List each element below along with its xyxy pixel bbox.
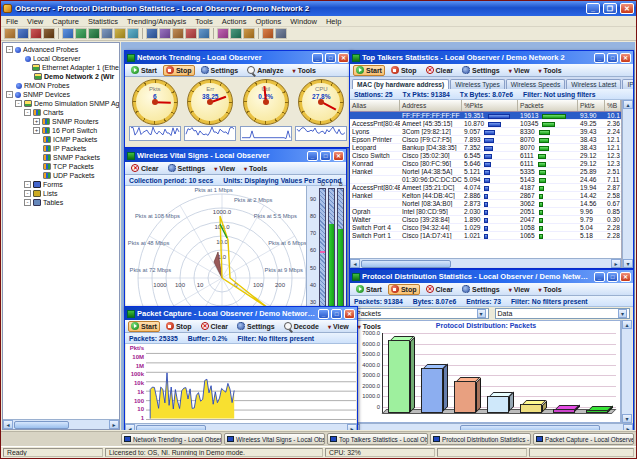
- child-minimize-icon[interactable]: _: [307, 151, 318, 161]
- top-talkers-titlebar[interactable]: Top Talkers Statistics - Local Observer …: [350, 51, 633, 64]
- scroll-right-icon[interactable]: ▸: [623, 424, 633, 430]
- collapse-icon[interactable]: -: [24, 109, 31, 116]
- child-minimize-icon[interactable]: _: [594, 272, 605, 282]
- taskbar-tab[interactable]: Packet Capture - Local Observer / De...: [533, 433, 634, 445]
- child-close-icon[interactable]: ✕: [333, 151, 344, 161]
- protocol-distribution-icon[interactable]: [159, 28, 171, 39]
- tree-item-snmp-routers[interactable]: +SNMP Routers: [3, 117, 119, 126]
- start-button[interactable]: Start: [128, 65, 160, 76]
- decode-button[interactable]: Decode: [281, 321, 322, 332]
- settings-button[interactable]: Settings: [459, 284, 503, 295]
- scroll-down-icon[interactable]: ▾: [622, 414, 632, 423]
- tree-item-forms[interactable]: -Forms: [3, 180, 119, 189]
- hscroll-thumb[interactable]: [460, 425, 600, 431]
- trending-icon[interactable]: [75, 28, 87, 39]
- chevron-down-icon[interactable]: ▾: [618, 309, 627, 318]
- packet-capture-titlebar[interactable]: Packet Capture - Local Observer / Demo N…: [125, 307, 357, 320]
- scroll-down-icon[interactable]: ▾: [623, 259, 633, 268]
- menu-window[interactable]: Window: [290, 17, 317, 26]
- stop-button[interactable]: Stop: [163, 65, 195, 76]
- wireless-titlebar[interactable]: Wireless Vital Signs - Local Observer _ …: [125, 149, 346, 162]
- child-close-icon[interactable]: ✕: [620, 272, 631, 282]
- tree-item-advanced-probes[interactable]: -Advanced Probes: [3, 45, 119, 54]
- column-header-alias[interactable]: Alias: [350, 100, 400, 111]
- tools-button[interactable]: ▾Tools: [536, 65, 565, 76]
- chart-hscrollbar[interactable]: ◂ ▸: [350, 423, 633, 430]
- expand-icon[interactable]: +: [33, 118, 40, 125]
- view-button[interactable]: ▾View: [506, 284, 533, 295]
- child-close-icon[interactable]: ✕: [620, 53, 631, 63]
- tree-item-rmon-probes[interactable]: RMON Probes: [3, 81, 119, 90]
- start-button[interactable]: Start: [128, 321, 160, 332]
- table-vscrollbar[interactable]: ▴ ▾: [622, 100, 633, 268]
- view-dropdown[interactable]: Data ▾: [495, 308, 631, 319]
- column-header-address[interactable]: Address: [400, 100, 462, 111]
- chevron-down-icon[interactable]: ▾: [477, 309, 486, 318]
- filter-icon[interactable]: [172, 28, 184, 39]
- tools-button[interactable]: ▾Tools: [290, 65, 319, 76]
- tab-ip-by-ip-a[interactable]: IP (by IP a: [622, 79, 633, 89]
- metric-dropdown[interactable]: Packets ▾: [353, 308, 489, 319]
- child-maximize-icon[interactable]: □: [325, 53, 336, 63]
- capture-packets-icon[interactable]: [62, 28, 74, 39]
- protocol-titlebar[interactable]: Protocol Distribution Statistics - Local…: [350, 270, 633, 283]
- tools-button[interactable]: ▾Tools: [355, 321, 384, 332]
- tree-item-tables[interactable]: -Tables: [3, 198, 119, 207]
- menu-capture[interactable]: Capture: [52, 17, 79, 26]
- collapse-icon[interactable]: -: [24, 190, 31, 197]
- network-trending-titlebar[interactable]: Network Trending - Local Observer _ □ ✕: [125, 51, 351, 64]
- hscroll-thumb[interactable]: [361, 260, 451, 268]
- collapse-icon[interactable]: -: [24, 181, 31, 188]
- signal-bar-U[interactable]: U: [319, 188, 326, 307]
- child-close-icon[interactable]: ✕: [338, 53, 349, 63]
- tab-wireless-latest[interactable]: Wireless Latest: [566, 79, 621, 89]
- table-row[interactable]: LeopardBankup [D4:38:35]7.352 8070 38.43…: [350, 144, 621, 152]
- probe-setup-icon[interactable]: [17, 28, 29, 39]
- tools-button[interactable]: ▾Tools: [536, 284, 565, 295]
- chart-vscrollbar[interactable]: ▴ ▾: [621, 320, 632, 423]
- column-header-pkts[interactable]: Pkt/s: [578, 100, 605, 111]
- title-bar[interactable]: Observer - Protocol Distribution Statist…: [1, 1, 636, 16]
- table-row[interactable]: AccessPnt[80:4BAmeet [45:35:15]10.870 10…: [350, 120, 621, 128]
- table-row[interactable]: WalterCisco [39:28:84]1.890 2047 9.790.3…: [350, 216, 621, 224]
- view-button[interactable]: ▾View: [325, 321, 352, 332]
- table-row[interactable]: OprahIntel [80:CD:95]2.030 2051 9.960.85: [350, 208, 621, 216]
- menu-view[interactable]: View: [27, 17, 43, 26]
- vital-signs-icon[interactable]: [217, 28, 229, 39]
- close-button[interactable]: ✕: [620, 3, 634, 14]
- tree-item-icmp-packets[interactable]: ICMP Packets: [3, 135, 119, 144]
- scroll-left-icon[interactable]: ◂: [350, 259, 360, 268]
- protocol-bar[interactable]: [586, 410, 608, 413]
- protocol-bar[interactable]: [421, 368, 443, 413]
- view-button[interactable]: ▾View: [211, 163, 238, 174]
- protocol-bar[interactable]: [454, 381, 476, 413]
- child-maximize-icon[interactable]: □: [607, 272, 618, 282]
- expand-icon[interactable]: +: [33, 127, 40, 134]
- alarms-icon[interactable]: [185, 28, 197, 39]
- table-header[interactable]: AliasAddress%PktsPacketsPkt/s%B: [350, 100, 621, 112]
- menu-trendinganalysis[interactable]: Trending/Analysis: [127, 17, 186, 26]
- scroll-up-icon[interactable]: ▴: [623, 100, 633, 109]
- collapse-icon[interactable]: -: [15, 100, 22, 107]
- taskbar-tab[interactable]: Wireless Vital Signs - Local Observer: [224, 433, 325, 445]
- table-row[interactable]: Switch Port 4Cisco [94:32:44]1.029 1058 …: [350, 224, 621, 232]
- child-close-icon[interactable]: ✕: [344, 309, 355, 319]
- collapse-icon[interactable]: -: [6, 46, 13, 53]
- clear-button[interactable]: Clear: [198, 321, 232, 332]
- menu-help[interactable]: Help: [326, 17, 341, 26]
- observer-home-icon[interactable]: [262, 28, 274, 39]
- settings-button[interactable]: Settings: [234, 321, 278, 332]
- help-pointer-icon[interactable]: [243, 28, 255, 39]
- column-header-b[interactable]: %B: [605, 100, 621, 111]
- child-maximize-icon[interactable]: □: [320, 151, 331, 161]
- refresh-icon[interactable]: [198, 28, 210, 39]
- child-minimize-icon[interactable]: _: [312, 53, 323, 63]
- settings-button[interactable]: Settings: [198, 65, 242, 76]
- collapse-icon[interactable]: -: [6, 91, 13, 98]
- tree-item-demo-simulation-snmp-agent[interactable]: -Demo Simulation SNMP Agent: [3, 99, 119, 108]
- collapse-icon[interactable]: -: [24, 199, 31, 206]
- protocol-bar[interactable]: [388, 340, 410, 413]
- table-row[interactable]: HankelKelton [44:DB:4C]2.886 2867 14.422…: [350, 192, 621, 200]
- windows-layout-icon[interactable]: [114, 28, 126, 39]
- scroll-left-icon[interactable]: ◂: [3, 420, 13, 429]
